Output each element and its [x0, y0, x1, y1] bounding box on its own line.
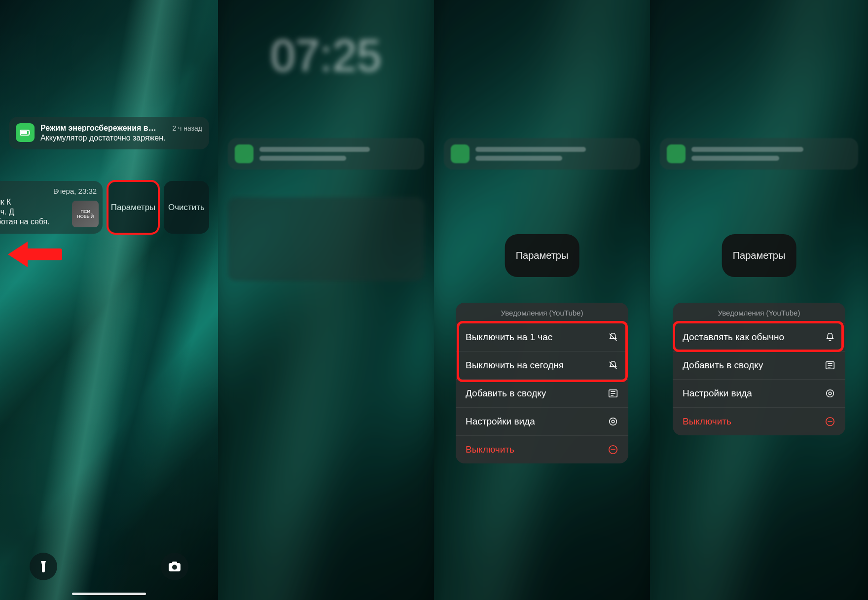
notification-card[interactable]: Режим энергосбережения в… 2 ч назад Акку… [9, 117, 209, 149]
svg-point-8 [610, 418, 617, 425]
svg-point-5 [172, 565, 177, 570]
home-indicator[interactable] [72, 593, 146, 595]
gear-icon [825, 388, 835, 399]
notification-time: 2 ч назад [172, 124, 202, 133]
notification-options-menu: Уведомления (YouTube) Выключить на 1 час… [456, 303, 628, 463]
newspaper-icon [608, 388, 618, 399]
camera-icon [168, 561, 181, 572]
notification-options-menu: Уведомления (YouTube) Доставлять как обы… [673, 303, 845, 435]
menu-view-settings[interactable]: Настройки вида [456, 407, 628, 435]
menu-add-summary[interactable]: Добавить в сводку [456, 379, 628, 407]
svg-point-9 [612, 420, 615, 423]
menu-mute-1h[interactable]: Выключить на 1 час [456, 323, 628, 351]
menu-deliver-immediately[interactable]: Доставлять как обычно [673, 323, 845, 351]
menu-view-settings[interactable]: Настройки вида [673, 379, 845, 407]
screenshot-1-lockscreen: 07:25 Пятница, 22 октября Режим энергосб… [0, 0, 218, 600]
battery-app-icon [16, 123, 35, 142]
bell-slash-icon [608, 332, 618, 343]
newspaper-icon [825, 360, 835, 371]
menu-header: Уведомления (YouTube) [673, 303, 845, 323]
screenshot-4-options-menu: Параметры Уведомления (YouTube) Доставля… [650, 0, 868, 600]
svg-point-12 [827, 390, 834, 397]
bell-icon [825, 332, 835, 343]
clear-button[interactable]: Очистить [164, 181, 209, 234]
svg-rect-2 [29, 132, 30, 134]
screenshot-3-options-menu: Параметры Уведомления (YouTube) Выключит… [434, 0, 650, 600]
camera-button[interactable] [161, 553, 188, 580]
menu-turn-off[interactable]: Выключить [673, 407, 845, 435]
flashlight-button[interactable] [30, 553, 57, 580]
svg-rect-6 [172, 562, 177, 564]
screenshot-2-blurred: 07:25 [218, 0, 434, 600]
svg-rect-3 [21, 131, 27, 134]
svg-point-13 [829, 392, 832, 395]
gear-icon [608, 416, 618, 427]
options-button[interactable]: Параметры [108, 181, 159, 234]
menu-header: Уведомления (YouTube) [456, 303, 628, 323]
minus-circle-icon [825, 416, 835, 427]
menu-add-summary[interactable]: Добавить в сводку [673, 351, 845, 379]
menu-turn-off[interactable]: Выключить [456, 435, 628, 463]
menu-mute-today[interactable]: Выключить на сегодня [456, 351, 628, 379]
notification-title: Режим энергосбережения в… [40, 123, 167, 133]
notification-swipe-row: Вчера, 23:32 вик К сяч. Д аботая на себя… [0, 181, 218, 234]
options-button[interactable]: Параметры [722, 234, 796, 277]
video-thumbnail: ПСИ НОВЫЙ [72, 201, 99, 227]
swiped-time: Вчера, 23:32 [0, 187, 97, 195]
minus-circle-icon [608, 444, 618, 455]
annotation-arrow-left [8, 242, 62, 266]
bell-slash-icon [608, 360, 618, 371]
options-button[interactable]: Параметры [505, 234, 579, 277]
notification-card-swiped[interactable]: Вчера, 23:32 вик К сяч. Д аботая на себя… [0, 181, 103, 234]
notification-body: Аккумулятор достаточно заряжен. [40, 133, 202, 143]
